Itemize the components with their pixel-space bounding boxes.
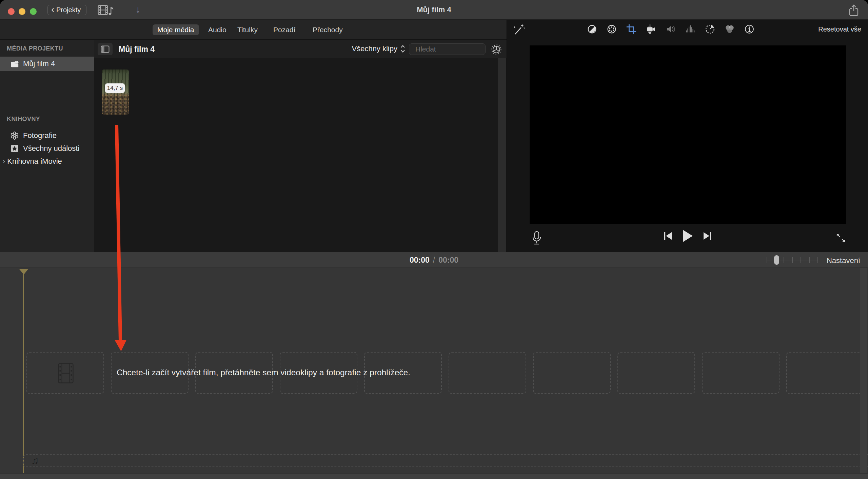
tab-audio[interactable]: Audio (203, 24, 231, 35)
sidebar-header-project-media: MÉDIA PROJEKTU (7, 45, 63, 52)
crop-button[interactable] (625, 23, 637, 35)
window-bottom-edge (0, 473, 868, 479)
current-time: 00:00 (410, 256, 430, 265)
updown-chevrons-icon (400, 44, 406, 53)
color-balance-icon (586, 23, 598, 35)
tab-titulky[interactable]: Titulky (233, 24, 262, 35)
speedometer-icon (704, 23, 716, 35)
magic-wand-icon (513, 23, 526, 36)
camera-shake-icon (645, 23, 657, 35)
share-button[interactable] (848, 4, 859, 17)
video-preview[interactable] (530, 45, 846, 224)
clip-filter-value: Všechny klipy (352, 44, 397, 53)
crop-icon (626, 23, 637, 35)
filmstrip-placeholder-icon (58, 363, 74, 383)
timeline-zoom-slider[interactable] (767, 256, 818, 264)
sidebar-item-knihovna-imovie[interactable]: › Knihovna iMovie (0, 155, 94, 168)
browser-settings-button[interactable] (490, 43, 502, 56)
info-button[interactable] (743, 23, 755, 35)
timeline-placeholder-box (449, 352, 526, 394)
sidebar: MÉDIA PROJEKTU Můj film 4 KNIHOVNY (0, 40, 94, 252)
sidebar-item-label: Knihovna iMovie (7, 157, 62, 166)
next-frame-button[interactable] (703, 231, 712, 241)
clip-filter-dropdown[interactable]: Všechny klipy (352, 44, 406, 53)
time-separator: / (433, 256, 435, 265)
timeline-placeholder-box (702, 352, 780, 394)
viewer-panel: Resetovat vše (507, 20, 868, 252)
volume-button[interactable] (665, 23, 677, 35)
clip-duration-badge: 14,7 s (105, 83, 125, 93)
sidebar-item-muj-film-4[interactable]: Můj film 4 (0, 57, 94, 71)
tab-prechody[interactable]: Přechody (308, 24, 348, 35)
disclosure-chevron-icon[interactable]: › (3, 157, 5, 166)
timeline-scrollbar[interactable] (860, 268, 867, 473)
title-bar: ‹ Projekty ↓ Můj film 4 (0, 0, 868, 20)
window-title: Můj film 4 (0, 5, 868, 14)
zoom-tick (767, 257, 767, 263)
playhead-line (23, 269, 24, 473)
timeline-placeholder-box (26, 352, 104, 394)
play-button[interactable] (682, 229, 694, 243)
zoom-tick (801, 257, 801, 263)
zoom-tick (817, 257, 818, 263)
adjustment-toolbar (586, 23, 755, 35)
sidebar-header-libraries: KNIHOVNY (7, 116, 40, 123)
zoom-tick (784, 257, 784, 263)
stabilization-button[interactable] (645, 23, 657, 35)
sidebar-item-fotografie[interactable]: Fotografie (0, 129, 94, 142)
browser-scrollbar[interactable] (498, 58, 506, 252)
sidebar-toggle-button[interactable] (98, 43, 113, 55)
sidebar-item-label: Fotografie (23, 131, 57, 140)
enhance-button[interactable] (513, 23, 526, 36)
tab-pozadi[interactable]: Pozadí (269, 24, 300, 35)
sidebar-item-vsechny-udalosti[interactable]: Všechny události (0, 142, 94, 155)
timeline-placeholder-box (533, 352, 611, 394)
transport-controls (507, 229, 868, 243)
time-display: 00:00 / 00:00 (0, 256, 868, 265)
share-icon (848, 4, 859, 17)
sidebar-toggle-icon (101, 45, 110, 53)
zoom-tick (809, 257, 810, 263)
info-icon (744, 23, 755, 35)
timeline-toolbar: 00:00 / 00:00 Nastavení (0, 252, 868, 268)
tab-moje-media[interactable]: Moje média (153, 24, 199, 35)
noise-reduction-button[interactable] (684, 23, 696, 35)
reset-all-button[interactable]: Resetovat vše (818, 25, 861, 33)
previous-frame-button[interactable] (663, 231, 673, 241)
sidebar-item-label: Všechny události (23, 144, 79, 153)
color-balance-button[interactable] (586, 23, 598, 35)
music-note-icon: ♫ (31, 456, 39, 466)
browser-header: Můj film 4 Všechny klipy (94, 40, 507, 58)
clip-filter-effect-button[interactable] (724, 23, 736, 35)
audio-track-placeholder: ♫ (23, 454, 868, 467)
total-time: 00:00 (438, 256, 458, 265)
speaker-icon (665, 23, 676, 35)
skip-back-icon (663, 231, 673, 241)
search-field[interactable] (409, 43, 486, 55)
photos-flower-icon (10, 131, 19, 140)
zoom-slider-thumb[interactable] (774, 255, 779, 265)
browser-title: Můj film 4 (119, 45, 155, 54)
fullscreen-arrows-icon (835, 233, 846, 243)
speed-button[interactable] (704, 23, 716, 35)
clip-thumbnail-leaves (102, 94, 129, 115)
gear-icon (490, 43, 502, 56)
equalizer-bars-icon (685, 23, 696, 35)
imovie-window: ‹ Projekty ↓ Můj film 4 (0, 0, 868, 479)
three-circles-icon (724, 23, 735, 35)
timeline[interactable]: Chcete-li začít vytvářet film, přetáhnět… (0, 268, 868, 473)
color-correction-icon (606, 23, 617, 35)
timeline-placeholder-box (617, 352, 695, 394)
media-tabs-bar: Moje média Audio Titulky Pozadí Přechody (0, 20, 507, 40)
fullscreen-button[interactable] (835, 233, 846, 243)
timeline-placeholder-text: Chcete-li začít vytvářet film, přetáhnět… (117, 368, 410, 377)
zoom-tick (792, 257, 793, 263)
sidebar-item-label: Můj film 4 (23, 59, 55, 68)
video-clip-thumbnail[interactable]: 14,7 s (102, 69, 129, 115)
color-correction-button[interactable] (606, 23, 618, 35)
playhead-marker[interactable] (19, 269, 28, 275)
skip-forward-icon (703, 231, 712, 241)
timeline-placeholder-box (786, 352, 864, 394)
timeline-settings-button[interactable]: Nastavení (827, 256, 860, 265)
clapperboard-icon (10, 60, 19, 68)
